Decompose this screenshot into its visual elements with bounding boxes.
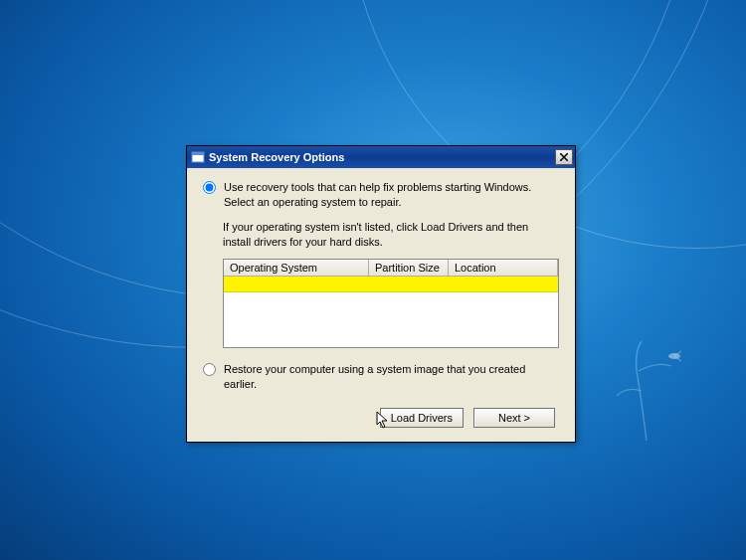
close-button[interactable] xyxy=(555,149,573,165)
col-operating-system[interactable]: Operating System xyxy=(224,260,369,276)
table-row[interactable] xyxy=(224,277,558,292)
load-drivers-hint: If your operating system isn't listed, c… xyxy=(223,220,559,250)
system-recovery-dialog: System Recovery Options Use recovery too… xyxy=(186,145,576,443)
col-partition-size[interactable]: Partition Size xyxy=(369,260,449,276)
col-location[interactable]: Location xyxy=(449,260,558,276)
background-plant xyxy=(587,301,706,441)
svg-rect-2 xyxy=(192,152,204,155)
svg-point-0 xyxy=(668,353,680,359)
system-icon xyxy=(191,150,205,164)
titlebar[interactable]: System Recovery Options xyxy=(187,146,575,168)
radio-restore-image[interactable] xyxy=(203,363,216,376)
option-restore-image[interactable]: Restore your computer using a system ima… xyxy=(203,362,559,392)
window-title: System Recovery Options xyxy=(209,151,555,163)
load-drivers-button[interactable]: Load Drivers xyxy=(380,408,464,428)
option-restore-image-label: Restore your computer using a system ima… xyxy=(224,362,559,392)
option-repair-tools[interactable]: Use recovery tools that can help fix pro… xyxy=(203,180,559,210)
option-repair-tools-label: Use recovery tools that can help fix pro… xyxy=(224,180,559,210)
table-header: Operating System Partition Size Location xyxy=(224,260,558,277)
next-button[interactable]: Next > xyxy=(473,408,555,428)
os-table[interactable]: Operating System Partition Size Location xyxy=(223,259,559,348)
radio-repair-tools[interactable] xyxy=(203,181,216,194)
